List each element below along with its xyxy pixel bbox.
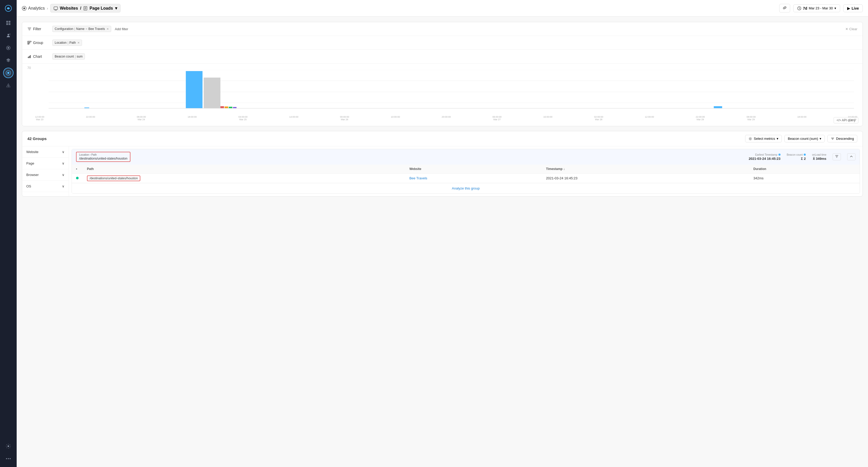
groups-count: 42 Groups [27,136,46,141]
group-row-0: Location › Path /destinations/united-sta… [71,149,860,194]
sidebar-item-website[interactable]: Website ∨ [22,146,69,158]
sidebar-item-browser[interactable]: Browser ∨ [22,169,69,181]
time-label-7: 10:00:00 [391,116,400,121]
sidebar-icon-users[interactable] [3,30,13,41]
time-label-10: 16:00:00 [544,116,553,121]
beacon-sort-chevron: ▾ [819,137,822,141]
chart-tag[interactable]: Beacon count | sum [52,53,85,60]
timestamp-value: 2021-03-24 16:45:23 [749,157,780,161]
svg-rect-25 [29,56,30,58]
breadcrumb-separator: / [80,6,81,11]
metric-earliest-timestamp: Earliest Timestamp 2021-03-24 16:45:23 [749,153,780,161]
page-loads-selector[interactable]: Websites / Page Loads ▾ [50,4,121,12]
row-path-link[interactable]: /destinations/united-states/houston [87,176,140,181]
svg-point-7 [7,47,9,49]
col-website: Website [405,164,542,174]
sort-order-button[interactable]: Descending [827,135,857,143]
analytics-nav[interactable]: Analytics [22,6,45,11]
chart-y-max: 70 [25,66,860,70]
sidebar-icon-analytics[interactable] [3,68,13,78]
groups-layout: Website ∨ Page ∨ Browser ∨ OS [22,146,863,196]
group-part-location: Location [55,41,66,44]
svg-rect-39 [714,106,722,108]
beacon-count-value: Σ 2 [801,157,806,161]
group-collapse-button[interactable] [847,153,856,160]
beacon-dot [804,154,806,156]
website-chevron-icon: ∨ [62,150,65,154]
topbar: Analytics › Websites / Page Loads ▾ [17,0,868,17]
live-button[interactable]: ▶ Live [843,4,863,12]
timestamp-dot [778,154,780,156]
beacon-count-sort-button[interactable]: Beacon count (sum) ▾ [784,135,825,143]
sidebar-icon-alerts[interactable] [3,80,13,91]
group-path-badge[interactable]: Location › Path /destinations/united-sta… [76,152,130,162]
link-button[interactable] [779,4,790,12]
row-path-cell: /destinations/united-states/houston [83,174,405,183]
sidebar-icon-integrations[interactable] [3,43,13,53]
svg-rect-36 [229,107,232,108]
sort-icon [831,137,834,141]
analyze-group-link[interactable]: Analyze this group [72,183,860,193]
main-content: Analytics › Websites / Page Loads ▾ [17,0,868,467]
svg-rect-35 [225,106,228,108]
add-filter-button[interactable]: Add filter [113,26,130,32]
svg-rect-26 [30,55,31,58]
time-range-selector[interactable]: 7d Mar 23 - Mar 30 ▾ [793,4,840,12]
websites-icon [54,6,58,10]
time-label-8: 20:00:00 [441,116,451,121]
api-query-button[interactable]: </> API query [834,117,858,123]
chart-part-sum: sum [77,55,83,58]
filter-remove-icon[interactable]: ✕ [106,27,109,31]
api-query-icon: </> [837,119,841,122]
sidebar-icon-more[interactable] [3,454,13,464]
group-tags: Location | Path ✕ [52,39,82,46]
row-status-cell [72,174,83,183]
chart-tags: Beacon count | sum [52,53,85,60]
time-label-2: 08:00:00Mar 24 [137,116,146,121]
tag-part-value: Bee Travels [89,27,105,31]
clear-filter-button[interactable]: ✕ Clear [845,27,857,31]
chart-area-container: 70 [22,64,863,126]
time-label-9: 06:00:00Mar 27 [493,116,502,121]
select-metrics-button[interactable]: Select metrics ▾ [745,135,782,143]
groups-main: Location › Path /destinations/united-sta… [69,146,863,196]
chart-svg [25,70,860,114]
time-range-chevron: ▾ [834,6,836,10]
page-loads-label: Page Loads [90,6,113,11]
svg-point-15 [10,458,11,459]
filter-tags: Configuration | Name = Bee Travels ✕ Add… [52,26,130,32]
group-metrics: Earliest Timestamp 2021-03-24 16:45:23 B… [749,153,856,161]
row-website-cell: Bee Travels [405,174,542,183]
group-breadcrumb: Location › Path [79,153,127,156]
svg-rect-34 [220,106,224,108]
svg-rect-22 [28,42,30,43]
breadcrumb: Analytics › Websites / Page Loads ▾ [22,4,121,12]
filter-icon [27,27,31,31]
live-label: Live [851,6,859,10]
svg-point-12 [7,445,9,447]
sidebar-item-os[interactable]: OS ∨ [22,181,69,192]
group-separator: | [67,41,68,44]
tag-separator2: = [86,27,88,31]
svg-rect-11 [8,86,8,87]
group-remove-icon[interactable]: ✕ [77,41,80,44]
analytics-icon [22,6,27,11]
api-query-area: </> API query [25,122,860,126]
svg-rect-24 [28,57,29,58]
sidebar [0,0,17,467]
chart-icon [27,54,31,59]
group-tag[interactable]: Location | Path ✕ [52,39,82,46]
page-icon [83,6,88,10]
filter-tag[interactable]: Configuration | Name = Bee Travels ✕ [52,26,111,32]
row-website-link[interactable]: Bee Travels [409,176,427,180]
group-filter-button[interactable] [833,153,841,160]
sidebar-icon-settings[interactable] [3,441,13,452]
sidebar-item-page[interactable]: Page ∨ [22,158,69,169]
sidebar-icon-dashboard[interactable] [3,18,13,28]
analytics-label: Analytics [28,6,45,11]
filter-label: Filter [27,27,48,31]
sidebar-icon-layers[interactable] [3,55,13,66]
svg-point-17 [24,7,25,9]
svg-point-13 [6,458,7,459]
svg-rect-4 [8,23,10,25]
